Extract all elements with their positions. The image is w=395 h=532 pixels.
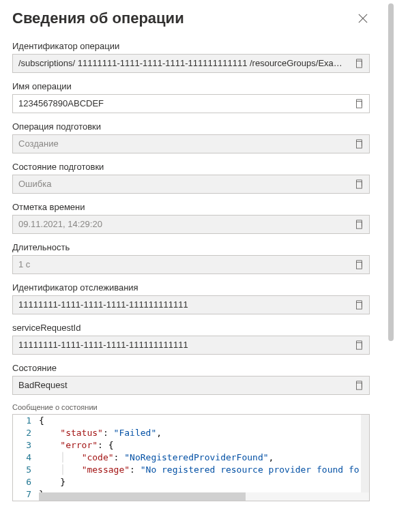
label-provisioning-state: Состояние подготовки: [12, 162, 370, 172]
line-number: 5: [13, 464, 39, 476]
field-status-code: Состояние BadRequest: [12, 363, 370, 395]
copy-button-operation-id[interactable]: [349, 55, 369, 72]
copy-button-service-request-id[interactable]: [349, 336, 369, 354]
json-error-message: "No registered resource provider found f…: [141, 464, 360, 475]
label-duration: Длительность: [12, 242, 370, 252]
line-number: 7: [13, 488, 39, 501]
value-operation-id[interactable]: /subscriptions/ 11111111-1111-1111-1111-…: [13, 55, 349, 72]
copy-icon: [354, 220, 364, 229]
label-status-code: Состояние: [12, 363, 370, 373]
copy-button-operation-name[interactable]: [349, 95, 369, 113]
svg-rect-5: [357, 263, 362, 269]
input-row-service-request-id: 11111111-1111-1111-1111-111111111111: [12, 336, 370, 355]
label-timestamp: Отметка времени: [12, 202, 370, 212]
copy-icon: [354, 179, 364, 189]
value-duration: 1 с: [13, 256, 349, 274]
input-row-operation-id: /subscriptions/ 11111111-1111-1111-1111-…: [12, 54, 370, 73]
value-service-request-id[interactable]: 11111111-1111-1111-1111-111111111111: [13, 336, 349, 354]
field-operation-name: Имя операции 1234567890ABCDEF: [12, 81, 370, 113]
line-number: 4: [13, 452, 39, 464]
copy-button-status-code[interactable]: [349, 376, 369, 394]
input-row-tracking-id: 11111111-1111-1111-1111-111111111111: [12, 295, 370, 314]
input-row-provisioning-op: Создание: [12, 134, 370, 153]
svg-rect-8: [357, 383, 362, 390]
field-provisioning-state: Состояние подготовки Ошибка: [12, 162, 370, 194]
label-tracking-id: Идентификатор отслеживания: [12, 282, 370, 293]
svg-rect-3: [357, 182, 362, 189]
panel-scrollbar[interactable]: [388, 3, 394, 341]
json-vertical-scrollbar[interactable]: [361, 415, 369, 492]
value-status-code[interactable]: BadRequest: [13, 376, 349, 394]
input-row-timestamp: 09.11.2021, 14:29:20: [12, 215, 370, 234]
json-viewer[interactable]: 1{ 2 "status": "Failed", 3 "error": { 4 …: [12, 414, 370, 501]
label-operation-id: Идентификатор операции: [12, 41, 370, 51]
line-number: 1: [13, 415, 39, 427]
input-row-status-code: BadRequest: [12, 376, 370, 395]
svg-rect-4: [357, 222, 362, 229]
line-number: 6: [13, 476, 39, 488]
field-timestamp: Отметка времени 09.11.2021, 14:29:20: [12, 202, 370, 234]
panel-title: Сведения об операции: [12, 10, 184, 27]
svg-rect-1: [357, 102, 362, 108]
panel-header: Сведения об операции: [12, 5, 370, 41]
field-operation-id: Идентификатор операции /subscriptions/ 1…: [12, 41, 370, 73]
label-provisioning-op: Операция подготовки: [12, 121, 370, 132]
value-tracking-id[interactable]: 11111111-1111-1111-1111-111111111111: [13, 296, 349, 314]
field-service-request-id: serviceRequestId 11111111-1111-1111-1111…: [12, 323, 370, 355]
svg-rect-7: [357, 343, 362, 350]
copy-button-provisioning-state[interactable]: [349, 175, 369, 193]
field-provisioning-op: Операция подготовки Создание: [12, 121, 370, 153]
copy-icon: [354, 381, 364, 390]
input-row-operation-name: 1234567890ABCDEF: [12, 94, 370, 113]
json-horizontal-scrollbar-thumb[interactable]: [39, 492, 246, 501]
label-status-message: Сообщение о состоянии: [12, 403, 370, 411]
copy-icon: [354, 99, 364, 108]
close-button[interactable]: [356, 12, 370, 25]
json-error-code: "NoRegisteredProviderFound": [124, 452, 268, 462]
copy-icon: [354, 260, 364, 269]
value-provisioning-op: Создание: [13, 135, 349, 153]
field-status-message: Сообщение о состоянии 1{ 2 "status": "Fa…: [12, 403, 370, 501]
svg-rect-0: [357, 61, 362, 68]
svg-rect-2: [357, 142, 362, 149]
copy-icon: [354, 59, 364, 68]
value-timestamp: 09.11.2021, 14:29:20: [13, 216, 349, 233]
copy-button-timestamp[interactable]: [349, 216, 369, 233]
input-row-duration: 1 с: [12, 255, 370, 274]
field-tracking-id: Идентификатор отслеживания 11111111-1111…: [12, 282, 370, 314]
label-service-request-id: serviceRequestId: [12, 323, 370, 333]
input-row-provisioning-state: Ошибка: [12, 175, 370, 194]
copy-button-duration[interactable]: [349, 256, 369, 274]
operation-details-panel: Сведения об операции Идентификатор опера…: [0, 0, 382, 532]
field-duration: Длительность 1 с: [12, 242, 370, 274]
value-operation-name[interactable]: 1234567890ABCDEF: [13, 95, 349, 113]
label-operation-name: Имя операции: [12, 81, 370, 91]
copy-button-tracking-id[interactable]: [349, 296, 369, 314]
value-provisioning-state: Ошибка: [13, 175, 349, 193]
copy-icon: [354, 300, 364, 310]
copy-button-provisioning-op[interactable]: [349, 135, 369, 153]
json-status: "Failed": [114, 428, 157, 438]
copy-icon: [354, 139, 364, 149]
line-number: 3: [13, 439, 39, 452]
line-number: 2: [13, 427, 39, 439]
close-icon: [358, 14, 368, 23]
copy-icon: [354, 340, 364, 350]
svg-rect-6: [357, 303, 362, 310]
